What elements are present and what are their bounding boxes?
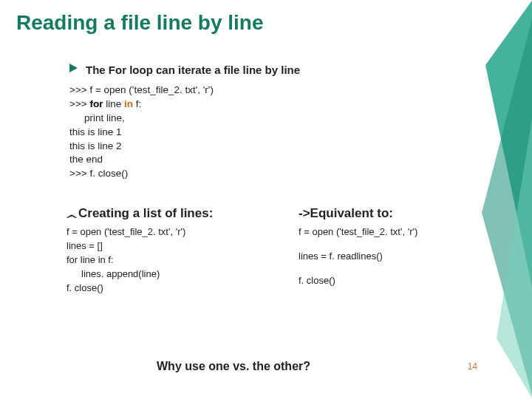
code-line: f. close() bbox=[299, 274, 516, 288]
code-line: lines = [] bbox=[66, 239, 284, 253]
column-right: ->Equivalent to: f = open ('test_file_2.… bbox=[299, 206, 516, 295]
code-line: >>> f. close() bbox=[69, 167, 516, 181]
slide: Reading a file line by line The For loop… bbox=[16, 11, 516, 388]
code-line: for line in f: bbox=[66, 253, 284, 267]
page-number: 14 bbox=[468, 361, 477, 372]
column-left-heading-row: ෴ Creating a list of lines: bbox=[66, 206, 284, 221]
code-line: f = open ('test_file_2. txt', 'r') bbox=[299, 225, 516, 239]
column-right-heading-row: ->Equivalent to: bbox=[299, 206, 516, 221]
code-block-1: >>> f = open ('test_file_2. txt', 'r') >… bbox=[69, 83, 516, 181]
column-left-body: f = open ('test_file_2. txt', 'r') lines… bbox=[66, 225, 284, 295]
section-for-loop: The For loop can iterate a file line by … bbox=[68, 63, 516, 181]
column-left-heading: Creating a list of lines: bbox=[78, 206, 213, 221]
code-line: f. close() bbox=[66, 282, 284, 296]
slide-title: Reading a file line by line bbox=[16, 11, 516, 35]
spacer bbox=[299, 239, 516, 250]
question-text: Why use one vs. the other? bbox=[157, 360, 310, 373]
code-output-line: this is line 2 bbox=[69, 140, 516, 154]
spacer bbox=[299, 264, 516, 274]
column-left: ෴ Creating a list of lines: f = open ('t… bbox=[66, 206, 284, 295]
bullet-text: The For loop can iterate a file line by … bbox=[86, 64, 300, 76]
svg-marker-0 bbox=[69, 64, 78, 72]
code-line: >>> f = open ('test_file_2. txt', 'r') bbox=[69, 83, 516, 98]
bullet-row: The For loop can iterate a file line by … bbox=[68, 63, 516, 76]
code-text: line bbox=[103, 98, 124, 109]
keyword-in: in bbox=[124, 98, 133, 109]
code-output-line: the end bbox=[69, 153, 516, 167]
keyword-for: for bbox=[89, 98, 103, 109]
code-line: print line, bbox=[69, 112, 516, 126]
code-line: f = open ('test_file_2. txt', 'r') bbox=[66, 225, 284, 239]
column-right-body: f = open ('test_file_2. txt', 'r') lines… bbox=[299, 225, 516, 288]
code-text: f: bbox=[133, 98, 141, 109]
code-line: lines = f. readlines() bbox=[299, 250, 516, 264]
column-right-heading: ->Equivalent to: bbox=[299, 206, 393, 221]
code-output-line: this is line 1 bbox=[69, 126, 516, 140]
prompt-text: >>> bbox=[69, 98, 89, 109]
code-line: lines. append(line) bbox=[66, 267, 284, 282]
code-line: >>> for line in f: bbox=[69, 98, 516, 112]
columns: ෴ Creating a list of lines: f = open ('t… bbox=[66, 206, 516, 295]
play-bullet-icon bbox=[68, 63, 78, 76]
squiggle-bullet-icon: ෴ bbox=[66, 209, 75, 220]
